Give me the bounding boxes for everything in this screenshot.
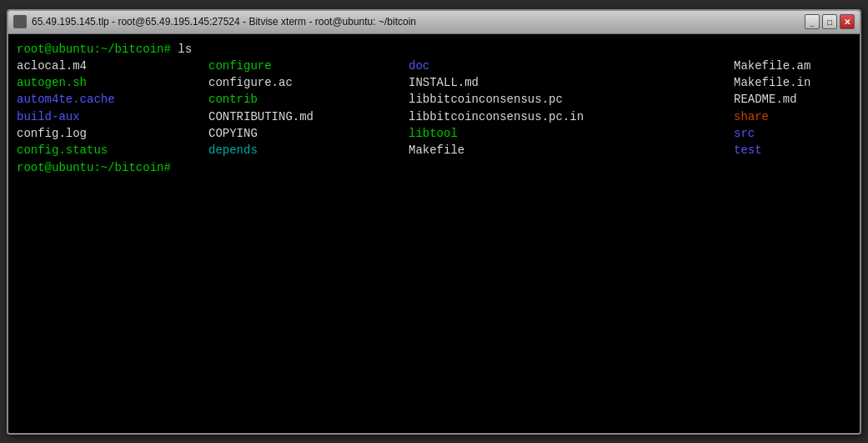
close-button[interactable]: ✕ xyxy=(840,14,855,29)
list-item: build-aux xyxy=(17,108,208,125)
list-item: libbitcoinconsensus.pc.in xyxy=(409,108,734,125)
next-prompt-line: root@ubuntu:~/bitcoin# xyxy=(17,159,851,176)
terminal-window: 65.49.195.145.tlp - root@65.49.195.145:2… xyxy=(7,9,861,435)
list-item: libtool xyxy=(409,125,734,142)
minimize-button[interactable]: _ xyxy=(805,14,820,29)
titlebar: 65.49.195.145.tlp - root@65.49.195.145:2… xyxy=(8,11,860,34)
list-item: aclocal.m4 xyxy=(17,58,208,74)
column-4: Makefile.am Makefile.in README.md share … xyxy=(734,58,851,159)
list-item: Makefile.am xyxy=(734,58,851,74)
list-item: depends xyxy=(208,142,409,159)
list-item: doc xyxy=(409,58,734,74)
command-text: ls xyxy=(171,41,192,58)
window-controls: _ □ ✕ xyxy=(805,14,855,29)
column-1: aclocal.m4 autogen.sh autom4te.cache bui… xyxy=(17,58,208,159)
cursor xyxy=(171,159,178,176)
column-3: doc INSTALL.md libbitcoinconsensus.pc li… xyxy=(409,58,734,159)
list-item: autom4te.cache xyxy=(17,91,208,108)
list-item: autogen.sh xyxy=(17,74,208,91)
ls-output: aclocal.m4 autogen.sh autom4te.cache bui… xyxy=(17,58,851,159)
terminal-icon xyxy=(13,15,27,28)
list-item: src xyxy=(734,125,851,142)
list-item: config.log xyxy=(17,125,208,142)
list-item: configure.ac xyxy=(208,74,409,91)
list-item: libbitcoinconsensus.pc xyxy=(409,91,734,108)
terminal-body[interactable]: root@ubuntu:~/bitcoin# ls aclocal.m4 aut… xyxy=(8,34,860,433)
list-item: CONTRIBUTING.md xyxy=(208,108,409,125)
list-item: configure xyxy=(208,58,409,74)
list-item: README.md xyxy=(734,91,851,108)
list-item: contrib xyxy=(208,91,409,108)
list-item: Makefile xyxy=(409,142,734,159)
prompt-user: root@ubuntu:~/bitcoin# xyxy=(17,41,171,58)
list-item: Makefile.in xyxy=(734,74,851,91)
list-item: COPYING xyxy=(208,125,409,142)
list-item: test xyxy=(734,142,851,159)
maximize-button[interactable]: □ xyxy=(822,14,837,29)
window-title: 65.49.195.145.tlp - root@65.49.195.145:2… xyxy=(32,16,805,28)
command-line: root@ubuntu:~/bitcoin# ls xyxy=(17,41,851,58)
list-item: config.status xyxy=(17,142,208,159)
list-item: share xyxy=(734,108,851,125)
next-prompt: root@ubuntu:~/bitcoin# xyxy=(17,159,171,176)
column-2: configure configure.ac contrib CONTRIBUT… xyxy=(208,58,409,159)
list-item: INSTALL.md xyxy=(409,74,734,91)
